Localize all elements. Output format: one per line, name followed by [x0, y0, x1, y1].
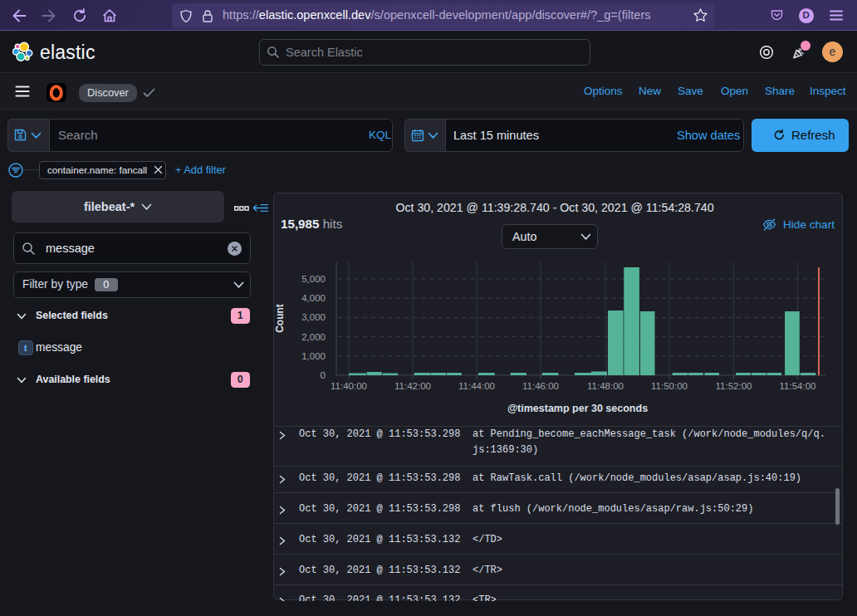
svg-text:0: 0 — [321, 370, 326, 380]
svg-text:Count: Count — [274, 304, 286, 333]
svg-text:11:44:00: 11:44:00 — [458, 381, 495, 391]
svg-text:3,000: 3,000 — [301, 312, 326, 322]
svg-text:11:48:00: 11:48:00 — [587, 381, 624, 391]
svg-text:11:54:00: 11:54:00 — [780, 381, 816, 391]
svg-text:11:52:00: 11:52:00 — [716, 381, 752, 391]
svg-text:@timestamp per 30 seconds: @timestamp per 30 seconds — [507, 403, 648, 413]
svg-text:1,000: 1,000 — [301, 351, 326, 361]
svg-text:11:40:00: 11:40:00 — [331, 381, 367, 391]
svg-text:4,000: 4,000 — [301, 293, 326, 303]
svg-text:2,000: 2,000 — [301, 332, 326, 342]
svg-text:5,000: 5,000 — [301, 274, 326, 284]
svg-text:11:46:00: 11:46:00 — [522, 381, 559, 391]
svg-text:11:50:00: 11:50:00 — [651, 381, 688, 391]
svg-text:11:42:00: 11:42:00 — [394, 381, 431, 391]
